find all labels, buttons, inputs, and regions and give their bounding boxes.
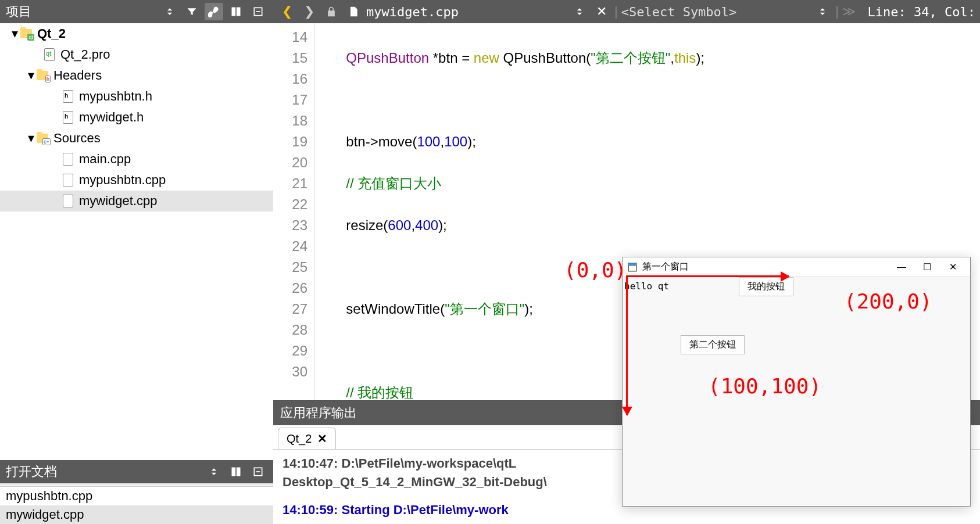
chevron-down-icon[interactable]: ▾ (9, 26, 20, 41)
tree-file[interactable]: main.cpp (0, 149, 273, 170)
filter-icon[interactable] (183, 3, 201, 20)
docs-panel-header: 打开文档 (0, 460, 273, 483)
svg-rect-3 (628, 263, 636, 266)
link-icon[interactable] (205, 3, 223, 20)
arrow-vertical (626, 275, 628, 415)
project-tree[interactable]: ▾ qt Qt_2 qt Qt_2.pro ▾ h Headers h mypu… (0, 23, 273, 460)
split-icon[interactable] (227, 3, 245, 20)
maximize-icon[interactable]: ☐ (914, 259, 940, 276)
nav-forward-icon[interactable]: ❯ (300, 3, 319, 20)
tree-headers[interactable]: ▾ h Headers (0, 65, 273, 86)
tree-file[interactable]: h mypushbtn.h (0, 86, 273, 107)
cursor-status: Line: 34, Col: (868, 5, 975, 19)
split-icon[interactable] (227, 463, 245, 480)
chevron-down-icon[interactable]: ▾ (26, 131, 36, 146)
symbol-dropdown[interactable]: <Select Symbol> (621, 5, 737, 19)
line-gutter: 14 15 16 17 18 19 20 21 22 23 24 25 26 2… (273, 23, 315, 400)
tree-label: mywidget.h (79, 110, 144, 125)
hello-label: hello qt (624, 281, 669, 292)
sort-icon[interactable] (160, 3, 179, 20)
close-icon[interactable]: ✕ (940, 259, 965, 276)
file-icon (344, 3, 363, 20)
sort-spinner-icon[interactable] (570, 3, 589, 20)
tree-label: Qt_2.pro (60, 47, 110, 62)
tree-file[interactable]: qt Qt_2.pro (0, 44, 273, 65)
tree-file[interactable]: mywidget.cpp (0, 191, 273, 211)
app-titlebar[interactable]: 第一个窗口 — ☐ ✕ (623, 257, 970, 277)
chevron-down-icon[interactable]: ▾ (26, 68, 36, 83)
tree-label: mywidget.cpp (79, 193, 158, 209)
output-tab[interactable]: Qt_2 ✕ (278, 428, 336, 449)
annotation-p1: (200,0) (844, 289, 932, 313)
second-button[interactable]: 第二个按钮 (681, 335, 745, 354)
editor-toolbar: ❮ ❯ mywidget.cpp ✕ | <Select Symbol> | ≫… (273, 0, 980, 23)
project-panel-title: 项目 (6, 3, 160, 20)
tree-file[interactable]: mypushbtn.cpp (0, 170, 273, 191)
app-icon (627, 262, 638, 272)
tree-label: Headers (53, 68, 102, 83)
collapse-icon[interactable] (249, 3, 267, 20)
tree-label: mypushbtn.cpp (79, 173, 166, 188)
app-title: 第一个窗口 (642, 261, 889, 273)
docs-list[interactable]: mypushbtn.cpp mywidget.cpp (0, 483, 273, 524)
tree-label: mypushbtn.h (79, 89, 152, 104)
tree-root[interactable]: ▾ qt Qt_2 (0, 23, 273, 44)
tree-label: Qt_2 (37, 26, 66, 41)
annotation-p2: (100,100) (708, 374, 821, 398)
project-panel-header: 项目 (0, 0, 273, 23)
current-file[interactable]: mywidget.cpp (366, 5, 459, 19)
tree-label: main.cpp (79, 152, 131, 167)
close-tab-icon[interactable]: ✕ (317, 432, 327, 446)
lock-icon[interactable] (322, 3, 341, 20)
sort-spinner-icon[interactable] (813, 3, 832, 20)
annotation-origin: (0,0) (564, 258, 627, 282)
tree-sources[interactable]: ▾ c+ Sources (0, 128, 273, 149)
collapse-icon[interactable] (249, 463, 267, 480)
tree-file[interactable]: h mywidget.h (0, 107, 273, 128)
docs-panel-title: 打开文档 (6, 463, 205, 480)
nav-back-icon[interactable]: ❮ (278, 3, 296, 20)
sort-icon[interactable] (205, 463, 223, 480)
tree-label: Sources (53, 131, 101, 146)
minimize-icon[interactable]: — (889, 259, 914, 276)
arrow-horizontal (626, 275, 789, 277)
close-file-icon[interactable]: ✕ (592, 3, 611, 20)
doc-item[interactable]: mypushbtn.cpp (0, 487, 273, 505)
doc-item[interactable]: mywidget.cpp (0, 505, 273, 524)
